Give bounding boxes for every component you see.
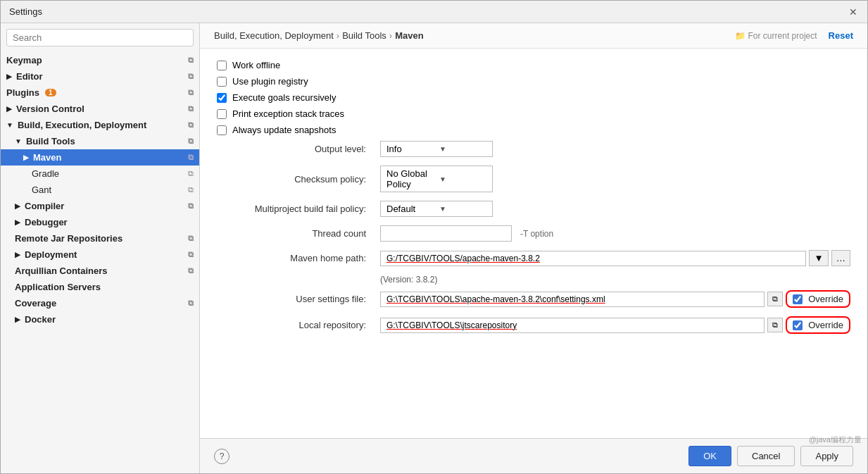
remote-jar-label: Remote Jar Repositories — [15, 233, 122, 244]
always-update-checkbox[interactable] — [217, 125, 227, 135]
copy-icon: ⧉ — [188, 169, 194, 178]
breadcrumb-sep2: › — [389, 30, 392, 41]
apply-button[interactable]: Apply — [800, 446, 853, 466]
output-level-label: Output level: — [217, 144, 372, 154]
copy-icon: ⧉ — [188, 56, 194, 65]
keymap-label: Keymap — [6, 55, 42, 66]
breadcrumb: Build, Execution, Deployment › Build Too… — [214, 30, 424, 41]
print-exception-row: Print exception stack traces — [217, 108, 850, 119]
maven-home-browse-btn[interactable]: … — [831, 250, 850, 266]
sidebar-item-gant[interactable]: Gant ⧉ — [1, 182, 199, 198]
sidebar-item-editor[interactable]: ▶ Editor ⧉ — [1, 68, 199, 85]
checksum-dropdown[interactable]: No Global Policy ▼ — [380, 166, 493, 192]
deployment-label: Deployment — [25, 249, 77, 260]
sidebar-item-version-control[interactable]: ▶ Version Control ⧉ — [1, 101, 199, 117]
settings-window: Settings ✕ Keymap ⧉ ▶ Editor ⧉ Plugins 1… — [0, 0, 868, 474]
main-content: Build, Execution, Deployment › Build Too… — [200, 23, 867, 473]
arrow-icon: ▼ — [6, 121, 13, 129]
work-offline-label: Work offline — [232, 60, 280, 70]
local-repo-override-checkbox[interactable] — [793, 320, 803, 330]
arrow-icon: ▶ — [15, 316, 20, 323]
sidebar-item-compiler[interactable]: ▶ Compiler ⧉ — [1, 198, 199, 214]
always-update-label: Always update snapshots — [232, 125, 336, 135]
title-bar-left: Settings — [9, 6, 42, 17]
sidebar-item-coverage[interactable]: Coverage ⧉ — [1, 295, 199, 311]
work-offline-row: Work offline — [217, 60, 850, 70]
docker-label: Docker — [25, 314, 56, 325]
cancel-button[interactable]: Cancel — [737, 446, 795, 466]
local-repo-row: Local repository: ⧉ Override — [217, 316, 850, 334]
copy-icon: ⧉ — [188, 88, 194, 97]
search-input[interactable] — [6, 29, 194, 46]
compiler-label: Compiler — [25, 201, 64, 211]
sidebar-item-docker[interactable]: ▶ Docker — [1, 311, 199, 328]
use-plugin-registry-label: Use plugin registry — [232, 76, 308, 87]
copy-icon: ⧉ — [188, 266, 194, 275]
print-exception-label: Print exception stack traces — [232, 108, 344, 119]
settings-body: Work offline Use plugin registry Execute… — [200, 49, 867, 438]
checksum-value: No Global Policy — [386, 168, 434, 189]
user-settings-override: Override — [786, 290, 850, 308]
arrow-icon: ▶ — [6, 105, 12, 113]
output-level-dropdown[interactable]: Info ▼ — [380, 141, 493, 157]
local-repo-input[interactable] — [380, 318, 765, 333]
footer-buttons: OK Cancel Apply — [688, 446, 853, 466]
print-exception-checkbox[interactable] — [217, 109, 227, 119]
build-tools-label: Build Tools — [26, 136, 75, 146]
user-settings-browse-btn[interactable]: ⧉ — [767, 292, 783, 306]
sidebar-item-app-servers[interactable]: Application Servers — [1, 279, 199, 295]
close-button[interactable]: ✕ — [848, 6, 859, 18]
app-servers-label: Application Servers — [15, 282, 101, 292]
dropdown-arrow-icon: ▼ — [439, 145, 486, 153]
checksum-label: Checksum policy: — [217, 174, 372, 185]
output-level-value: Info — [386, 144, 434, 154]
sidebar-item-maven[interactable]: ▶ Maven ⧉ — [1, 149, 199, 166]
maven-label: Maven — [33, 152, 61, 163]
maven-home-row: Maven home path: ▼ … — [217, 250, 850, 266]
copy-icon: ⧉ — [188, 137, 194, 146]
local-repo-browse-btn[interactable]: ⧉ — [767, 318, 783, 332]
t-option-label: -T option — [520, 229, 553, 239]
sidebar-item-keymap[interactable]: Keymap ⧉ — [1, 52, 199, 68]
editor-label: Editor — [16, 71, 43, 82]
maven-home-dropdown-btn[interactable]: ▼ — [809, 250, 828, 266]
watermark: @java编程力量 — [809, 435, 862, 445]
copy-icon: ⧉ — [188, 120, 194, 130]
multiproject-dropdown[interactable]: Default ▼ — [380, 201, 493, 217]
arrow-icon: ▶ — [6, 73, 12, 80]
thread-count-input[interactable] — [380, 225, 512, 242]
work-offline-checkbox[interactable] — [217, 61, 227, 70]
user-settings-input[interactable] — [380, 292, 765, 307]
title-bar: Settings ✕ — [1, 1, 867, 23]
local-repo-override: Override — [786, 316, 850, 334]
plugins-label: Plugins — [6, 87, 39, 98]
sidebar-item-plugins[interactable]: Plugins 1 ⧉ — [1, 85, 199, 101]
copy-icon: ⧉ — [188, 153, 194, 162]
user-settings-override-checkbox[interactable] — [793, 294, 803, 304]
sidebar-item-build-exec-deploy[interactable]: ▼ Build, Execution, Deployment ⧉ — [1, 117, 199, 133]
maven-home-input[interactable] — [380, 251, 806, 266]
plugins-badge: 1 — [45, 89, 56, 96]
gradle-label: Gradle — [32, 168, 59, 179]
arrow-icon: ▼ — [15, 137, 22, 145]
sidebar-item-arquillian[interactable]: Arquillian Containers ⧉ — [1, 263, 199, 279]
debugger-label: Debugger — [25, 217, 68, 227]
execute-goals-checkbox[interactable] — [217, 93, 227, 103]
copy-icon: ⧉ — [188, 250, 194, 259]
sidebar-item-deployment[interactable]: ▶ Deployment ⧉ — [1, 247, 199, 263]
sidebar-item-remote-jar[interactable]: Remote Jar Repositories ⧉ — [1, 230, 199, 247]
content-area: Keymap ⧉ ▶ Editor ⧉ Plugins 1 ⧉ ▶ Versio… — [1, 23, 867, 473]
thread-count-label: Thread count — [217, 228, 372, 239]
maven-home-label: Maven home path: — [217, 253, 372, 263]
multiproject-row: Multiproject build fail policy: Default … — [217, 201, 850, 217]
use-plugin-registry-checkbox[interactable] — [217, 77, 227, 87]
sidebar-item-gradle[interactable]: Gradle ⧉ — [1, 166, 199, 182]
user-settings-row: User settings file: ⧉ Override — [217, 290, 850, 308]
reset-button[interactable]: Reset — [829, 30, 853, 41]
sidebar-item-debugger[interactable]: ▶ Debugger — [1, 214, 199, 230]
breadcrumb-sep1: › — [336, 30, 339, 41]
sidebar-item-build-tools[interactable]: ▼ Build Tools ⧉ — [1, 133, 199, 149]
copy-icon: ⧉ — [188, 299, 194, 308]
help-button[interactable]: ? — [214, 449, 229, 464]
ok-button[interactable]: OK — [688, 446, 731, 466]
